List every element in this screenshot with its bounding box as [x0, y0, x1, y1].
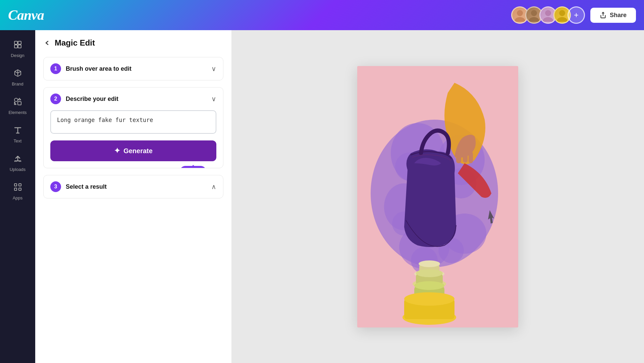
- step-2-header[interactable]: 2 Describe your edit ∨: [44, 87, 223, 110]
- svg-rect-15: [14, 184, 17, 186]
- sidebar-apps-label: Apps: [13, 195, 23, 200]
- svg-point-4: [545, 10, 551, 16]
- elements-icon: [13, 97, 22, 108]
- canvas-area[interactable]: [231, 30, 644, 363]
- step-1-badge: 1: [50, 63, 61, 74]
- product-canvas: [357, 66, 518, 327]
- uploads-icon: [13, 154, 22, 165]
- step-2-title: Describe your edit: [66, 96, 118, 103]
- svg-point-13: [14, 98, 18, 102]
- step-1-title: Brush over area to edit: [66, 65, 131, 72]
- step-3-badge: 3: [50, 181, 61, 192]
- step-3-header-left: 3 Select a result: [50, 181, 107, 192]
- main-layout: Design Brand Elements: [0, 30, 644, 363]
- sidebar-text-label: Text: [14, 138, 22, 143]
- sidebar-elements-label: Elements: [8, 110, 26, 115]
- svg-point-7: [557, 17, 568, 22]
- step-1-header[interactable]: 1 Brush over area to edit ∨: [44, 57, 223, 80]
- svg-point-42: [414, 281, 444, 290]
- generate-button-wrap: ✦ Generate Mario: [50, 135, 216, 161]
- sidebar-uploads-label: Uploads: [10, 167, 26, 172]
- step-1-chevron: ∨: [211, 65, 216, 73]
- svg-point-1: [515, 17, 525, 22]
- svg-point-36: [419, 260, 440, 267]
- step-2-header-left: 2 Describe your edit: [50, 94, 118, 104]
- svg-rect-18: [19, 188, 21, 190]
- sidebar-brand-label: Brand: [12, 81, 23, 86]
- sidebar-item-uploads[interactable]: Uploads: [3, 149, 33, 177]
- svg-rect-11: [14, 45, 17, 48]
- svg-rect-14: [18, 102, 21, 105]
- add-collaborator-button[interactable]: +: [568, 6, 585, 24]
- sidebar-item-apps[interactable]: Apps: [3, 178, 33, 205]
- describe-edit-input[interactable]: [50, 110, 216, 134]
- sidebar-item-text[interactable]: Text: [3, 121, 33, 148]
- brand-icon: [13, 69, 22, 79]
- svg-point-39: [416, 269, 443, 277]
- svg-rect-33: [469, 152, 473, 163]
- svg-rect-9: [14, 41, 17, 44]
- share-button[interactable]: Share: [590, 8, 636, 23]
- step-3-header[interactable]: 3 Select a result ∧: [44, 175, 223, 198]
- design-icon: [13, 40, 22, 51]
- svg-rect-32: [463, 150, 468, 163]
- panel-header: Magic Edit: [43, 38, 223, 48]
- svg-point-0: [517, 10, 523, 16]
- step-2-section: 2 Describe your edit ∨ ✦ Generate Mario: [43, 87, 223, 168]
- svg-point-45: [404, 292, 454, 306]
- svg-point-5: [543, 17, 553, 22]
- sidebar: Design Brand Elements: [0, 30, 35, 363]
- svg-point-6: [559, 10, 565, 16]
- svg-rect-10: [18, 41, 21, 44]
- apps-icon: [13, 183, 22, 193]
- generate-button[interactable]: ✦ Generate: [50, 140, 216, 161]
- svg-rect-12: [18, 45, 21, 48]
- svg-rect-17: [14, 188, 17, 190]
- step-2-chevron: ∨: [211, 95, 216, 103]
- svg-rect-16: [19, 184, 21, 186]
- svg-point-3: [529, 17, 539, 22]
- sidebar-item-elements[interactable]: Elements: [3, 93, 33, 120]
- magic-edit-panel: Magic Edit 1 Brush over area to edit ∨ 2…: [35, 30, 231, 363]
- share-icon: [600, 12, 606, 18]
- svg-point-2: [531, 10, 537, 16]
- magic-wand-icon: ✦: [114, 146, 120, 155]
- step-3-title: Select a result: [66, 183, 107, 190]
- step-2-content: ✦ Generate Mario: [44, 110, 223, 168]
- step-3-chevron: ∧: [211, 183, 216, 191]
- text-icon: [13, 126, 22, 136]
- step-1-section: 1 Brush over area to edit ∨: [43, 57, 223, 80]
- user-tooltip: Mario: [180, 166, 206, 168]
- step-2-badge: 2: [50, 94, 61, 104]
- header: Canva + Share: [0, 0, 644, 30]
- step-1-header-left: 1 Brush over area to edit: [50, 63, 131, 74]
- canva-logo: Canva: [8, 7, 44, 23]
- collaborator-avatars: +: [511, 6, 585, 24]
- sidebar-item-brand[interactable]: Brand: [3, 64, 33, 91]
- sidebar-design-label: Design: [11, 53, 24, 58]
- svg-rect-31: [456, 152, 461, 163]
- product-scene: [357, 66, 518, 327]
- step-3-section: 3 Select a result ∧: [43, 175, 223, 198]
- panel-title: Magic Edit: [55, 38, 95, 48]
- sidebar-item-design[interactable]: Design: [3, 36, 33, 63]
- header-right: + Share: [511, 6, 636, 24]
- back-button[interactable]: [43, 39, 51, 47]
